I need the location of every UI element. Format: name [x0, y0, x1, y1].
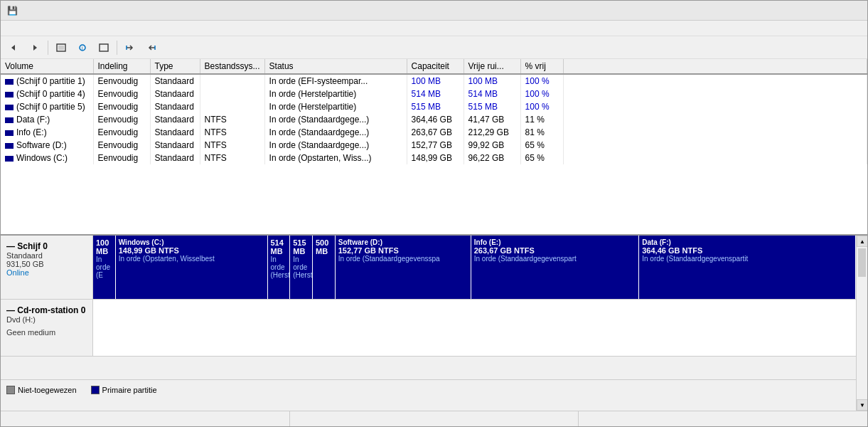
- cell-indeling: Eenvoudig: [93, 113, 150, 126]
- cell-indeling: Eenvoudig: [93, 74, 150, 88]
- cell-percent: 100 %: [520, 88, 563, 100]
- cell-status: In orde (Opstarten, Wiss...): [264, 152, 407, 164]
- legend-primary: Primaire partitie: [91, 386, 157, 394]
- table-row[interactable]: (Schijf 0 partitie 5) Eenvoudig Standaar…: [1, 100, 867, 113]
- partition-block[interactable]: 100 MBIn orde (E: [93, 236, 116, 299]
- cell-type: Standaard: [150, 139, 200, 152]
- legend-primary-label: Primaire partitie: [102, 386, 157, 394]
- svg-marker-0: [11, 45, 15, 51]
- scrollbar-down[interactable]: ▼: [857, 399, 867, 411]
- table-row[interactable]: (Schijf 0 partitie 4) Eenvoudig Standaar…: [1, 88, 867, 100]
- cell-capacity: 148,99 GB: [407, 152, 464, 164]
- table-row[interactable]: Data (F:) Eenvoudig Standaard NTFS In or…: [1, 113, 867, 126]
- cell-status: In orde (Standaardgege...): [264, 139, 407, 152]
- partition-block[interactable]: Data (F:)364,46 GB NTFSIn orde (Standaar…: [639, 236, 856, 299]
- cell-extra: [563, 126, 867, 139]
- partition-name: Software (D:): [338, 238, 468, 246]
- close-button[interactable]: [829, 1, 862, 21]
- toolbar-forward-button[interactable]: [25, 38, 45, 57]
- scrollbar-up[interactable]: ▲: [857, 236, 867, 247]
- table-row[interactable]: Info (E:) Eenvoudig Standaard NTFS In or…: [1, 126, 867, 139]
- partition-size: 263,67 GB NTFS: [474, 246, 636, 255]
- cdrom-status: Geen medium: [6, 328, 87, 337]
- cell-capacity: 100 MB: [407, 74, 464, 88]
- cdrom-row: — Cd-rom-station 0 Dvd (H:) Geen medium: [1, 300, 856, 357]
- toolbar: i: [1, 36, 867, 59]
- partition-block[interactable]: Info (E:)263,67 GB NTFSIn orde (Standaar…: [471, 236, 640, 299]
- cell-capacity: 514 MB: [407, 88, 464, 100]
- cell-extra: [563, 88, 867, 100]
- cell-indeling: Eenvoudig: [93, 88, 150, 100]
- scrollbar-thumb[interactable]: [858, 248, 866, 277]
- disk-0-type: Standaard: [6, 251, 87, 260]
- cell-indeling: Eenvoudig: [93, 152, 150, 164]
- title-bar: 💾: [1, 1, 867, 21]
- legend-bar: Niet-toegewezen Primaire partitie: [1, 379, 856, 399]
- cell-capacity: 364,46 GB: [407, 113, 464, 126]
- partition-block[interactable]: 514 MBIn orde (Herst...: [268, 236, 291, 299]
- cell-capacity: 515 MB: [407, 100, 464, 113]
- col-free[interactable]: Vrije rui...: [464, 59, 520, 74]
- cell-filesystem: NTFS: [200, 139, 264, 152]
- toolbar-btn-5[interactable]: [94, 38, 114, 57]
- col-filesystem[interactable]: Bestandssys...: [200, 59, 264, 74]
- partition-status: In orde (Herst...: [271, 255, 287, 279]
- toolbar-btn-4[interactable]: i: [73, 38, 92, 57]
- col-percent[interactable]: % vrij: [520, 59, 563, 74]
- volume-table: Volume Indeling Type Bestandssys... Stat…: [1, 59, 867, 164]
- partition-block[interactable]: 500 MB: [313, 236, 336, 299]
- toolbar-btn-6[interactable]: [120, 38, 140, 57]
- table-row[interactable]: Software (D:) Eenvoudig Standaard NTFS I…: [1, 139, 867, 152]
- legend-not-assigned-label: Niet-toegewezen: [18, 386, 77, 394]
- partition-size: 100 MB: [96, 238, 112, 255]
- col-indeling[interactable]: Indeling: [93, 59, 150, 74]
- toolbar-back-button[interactable]: [4, 38, 23, 57]
- menu-help[interactable]: [38, 27, 49, 30]
- col-capacity[interactable]: Capaciteit: [407, 59, 464, 74]
- col-volume[interactable]: Volume: [1, 59, 93, 74]
- cell-indeling: Eenvoudig: [93, 126, 150, 139]
- cell-volume: (Schijf 0 partitie 4): [1, 88, 93, 100]
- disk-0-size: 931,50 GB: [6, 260, 87, 268]
- menu-bestand[interactable]: [4, 27, 15, 30]
- maximize-button[interactable]: [795, 1, 827, 21]
- col-status[interactable]: Status: [264, 59, 407, 74]
- cell-volume: (Schijf 0 partitie 1): [1, 74, 93, 88]
- toolbar-separator-1: [48, 41, 48, 55]
- cell-type: Standaard: [150, 88, 200, 100]
- col-type[interactable]: Type: [150, 59, 200, 74]
- menu-actie[interactable]: [15, 27, 26, 30]
- partition-name: Data (F:): [642, 238, 852, 246]
- partition-block[interactable]: 515 MBIn orde (Herst...: [290, 236, 313, 299]
- cdrom-partitions: [93, 300, 856, 356]
- legend-not-assigned-box: [6, 386, 15, 394]
- partition-status: In orde (Opstarten, Wisselbest: [119, 255, 264, 263]
- cell-extra: [563, 100, 867, 113]
- cell-filesystem: NTFS: [200, 126, 264, 139]
- disk-view[interactable]: — Schijf 0 Standaard 931,50 GB Online 10…: [1, 236, 856, 399]
- cell-status: In orde (Herstelpartitie): [264, 88, 407, 100]
- partition-size: 364,46 GB NTFS: [642, 246, 852, 255]
- cell-percent: 65 %: [520, 139, 563, 152]
- table-area[interactable]: Volume Indeling Type Bestandssys... Stat…: [1, 59, 867, 236]
- cell-extra: [563, 152, 867, 164]
- partition-size: 148,99 GB NTFS: [119, 246, 264, 255]
- minimize-button[interactable]: [761, 1, 793, 21]
- toolbar-btn-3[interactable]: [51, 38, 71, 57]
- cell-filesystem: NTFS: [200, 152, 264, 164]
- cell-percent: 100 %: [520, 74, 563, 88]
- table-row[interactable]: Windows (C:) Eenvoudig Standaard NTFS In…: [1, 152, 867, 164]
- cell-percent: 11 %: [520, 113, 563, 126]
- partition-block[interactable]: Windows (C:)148,99 GB NTFSIn orde (Opsta…: [116, 236, 268, 299]
- table-row[interactable]: (Schijf 0 partitie 1) Eenvoudig Standaar…: [1, 74, 867, 88]
- scrollbar[interactable]: ▲ ▼: [856, 236, 867, 411]
- menu-beeld[interactable]: [26, 27, 38, 30]
- toolbar-btn-7[interactable]: [141, 38, 161, 57]
- partition-block[interactable]: Software (D:)152,77 GB NTFSIn orde (Stan…: [336, 236, 471, 299]
- cell-capacity: 263,67 GB: [407, 126, 464, 139]
- partition-size: 515 MB: [293, 238, 309, 255]
- cell-volume: (Schijf 0 partitie 5): [1, 100, 93, 113]
- toolbar-separator-2: [117, 41, 117, 55]
- partition-status: In orde (Standaardgegevenspart: [474, 255, 636, 263]
- cell-free: 96,22 GB: [464, 152, 520, 164]
